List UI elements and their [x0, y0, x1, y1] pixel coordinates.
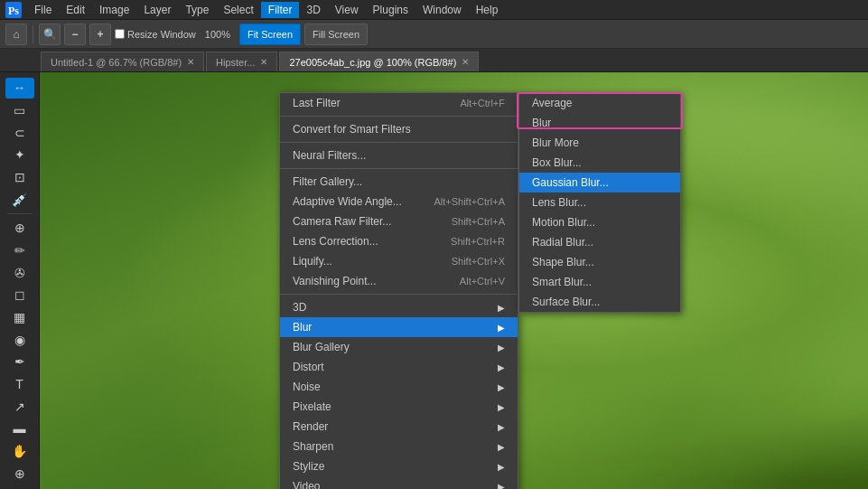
- filter-noise-label: Noise: [293, 381, 321, 393]
- blur-blur[interactable]: Blur: [519, 113, 680, 133]
- tool-select-rect[interactable]: ▭: [5, 100, 34, 121]
- tab-1[interactable]: Hipster... ✕: [206, 52, 277, 71]
- menu-layer[interactable]: Layer: [136, 2, 178, 18]
- menu-plugins[interactable]: Plugins: [366, 2, 415, 18]
- toolbar: ⌂ 🔍 − + Resize Window 100% Fit Screen Fi…: [0, 20, 868, 49]
- filter-noise[interactable]: Noise ▶: [280, 377, 518, 397]
- filter-lens-correction[interactable]: Lens Correction... Shift+Ctrl+R: [280, 231, 518, 251]
- blur-shape-label: Shape Blur...: [532, 256, 594, 268]
- tool-crop[interactable]: ⊡: [5, 167, 34, 188]
- resize-window-label: Resize Window: [127, 29, 196, 40]
- filter-gallery[interactable]: Filter Gallery...: [280, 172, 518, 192]
- blur-lens[interactable]: Lens Blur...: [519, 193, 680, 212]
- menu-help[interactable]: Help: [469, 2, 506, 18]
- menu-edit[interactable]: Edit: [59, 2, 92, 18]
- blur-surface[interactable]: Surface Blur...: [519, 292, 680, 312]
- blur-box[interactable]: Box Blur...: [519, 153, 680, 173]
- tab-2[interactable]: 27e005c4ab_c.jpg @ 100% (RGB/8#) ✕: [279, 52, 479, 71]
- fit-screen-button[interactable]: Fit Screen: [239, 24, 301, 45]
- menu-filter[interactable]: Filter: [261, 2, 300, 18]
- tab-2-close[interactable]: ✕: [462, 57, 469, 67]
- menu-view[interactable]: View: [328, 2, 366, 18]
- filter-pixelate-arrow: ▶: [498, 402, 505, 412]
- filter-render[interactable]: Render ▶: [280, 417, 518, 437]
- filter-liquify[interactable]: Liquify... Shift+Ctrl+X: [280, 251, 518, 271]
- blur-smart-label: Smart Blur...: [532, 276, 592, 288]
- tab-0-label: Untitled-1 @ 66.7% (RGB/8#): [51, 57, 182, 68]
- resize-window-input[interactable]: [115, 29, 125, 39]
- menu-sep-4: [280, 294, 518, 295]
- filter-last-filter[interactable]: Last Filter Alt+Ctrl+F: [280, 93, 518, 113]
- tool-move[interactable]: ↔: [5, 78, 34, 99]
- filter-noise-arrow: ▶: [498, 382, 505, 392]
- tool-stamp[interactable]: ✇: [5, 262, 34, 283]
- tool-zoom[interactable]: ⊕: [5, 463, 34, 484]
- blur-smart[interactable]: Smart Blur...: [519, 272, 680, 292]
- zoom-out-button[interactable]: −: [64, 24, 86, 45]
- filter-pixelate[interactable]: Pixelate ▶: [280, 397, 518, 417]
- resize-window-checkbox[interactable]: Resize Window: [115, 29, 196, 40]
- fill-screen-button[interactable]: Fill Screen: [304, 24, 368, 45]
- menu-3d[interactable]: 3D: [299, 2, 327, 18]
- blur-average[interactable]: Average: [519, 93, 680, 113]
- filter-stylize[interactable]: Stylize ▶: [280, 456, 518, 476]
- blur-motion[interactable]: Motion Blur...: [519, 212, 680, 232]
- tab-0[interactable]: Untitled-1 @ 66.7% (RGB/8#) ✕: [41, 52, 204, 71]
- menu-sep-1: [280, 116, 518, 117]
- tool-shapes[interactable]: ▬: [5, 418, 34, 439]
- filter-camera-raw-shortcut: Shift+Ctrl+A: [452, 216, 505, 227]
- blur-shape[interactable]: Shape Blur...: [519, 252, 680, 272]
- tool-heal[interactable]: ⊕: [5, 218, 34, 239]
- filter-video-arrow: ▶: [498, 482, 505, 490]
- menu-window[interactable]: Window: [415, 2, 469, 18]
- filter-camera-raw[interactable]: Camera Raw Filter... Shift+Ctrl+A: [280, 212, 518, 231]
- filter-vanishing[interactable]: Vanishing Point... Alt+Ctrl+V: [280, 271, 518, 291]
- tab-0-close[interactable]: ✕: [187, 57, 194, 67]
- menu-image[interactable]: Image: [92, 2, 136, 18]
- filter-3d[interactable]: 3D ▶: [280, 297, 518, 317]
- tool-path-select[interactable]: ↗: [5, 396, 34, 417]
- filter-sharpen[interactable]: Sharpen ▶: [280, 437, 518, 456]
- menu-type[interactable]: Type: [178, 2, 216, 18]
- filter-pixelate-label: Pixelate: [293, 400, 331, 413]
- blur-gaussian[interactable]: Gaussian Blur...: [519, 173, 680, 193]
- tool-eyedropper[interactable]: 💉: [5, 189, 34, 210]
- blur-motion-label: Motion Blur...: [532, 216, 595, 229]
- blur-surface-label: Surface Blur...: [532, 296, 600, 308]
- blur-average-label: Average: [532, 97, 572, 109]
- zoom-tool-button[interactable]: 🔍: [39, 24, 61, 45]
- tool-pen[interactable]: ✒: [5, 352, 34, 372]
- zoom-in-button[interactable]: +: [89, 24, 111, 45]
- filter-3d-label: 3D: [293, 301, 306, 314]
- tool-text[interactable]: T: [5, 374, 34, 395]
- menu-bar: Ps File Edit Image Layer Type Select Fil…: [0, 0, 868, 20]
- tool-dodge[interactable]: ◉: [5, 329, 34, 350]
- home-button[interactable]: ⌂: [5, 24, 27, 45]
- blur-more[interactable]: Blur More: [519, 133, 680, 153]
- tool-hand[interactable]: ✋: [5, 441, 34, 462]
- filter-neural[interactable]: Neural Filters...: [280, 146, 518, 165]
- tool-lasso[interactable]: ⊂: [5, 122, 34, 143]
- filter-video[interactable]: Video ▶: [280, 476, 518, 489]
- blur-more-label: Blur More: [532, 136, 579, 149]
- filter-camera-raw-label: Camera Raw Filter...: [293, 215, 391, 228]
- filter-distort-arrow: ▶: [498, 362, 505, 372]
- tool-brush[interactable]: ✏: [5, 240, 34, 261]
- tool-eraser[interactable]: ◻: [5, 285, 34, 306]
- menu-file[interactable]: File: [27, 2, 59, 18]
- filter-adaptive[interactable]: Adaptive Wide Angle... Alt+Shift+Ctrl+A: [280, 192, 518, 212]
- filter-blur-gallery[interactable]: Blur Gallery ▶: [280, 337, 518, 357]
- filter-blur[interactable]: Blur ▶: [280, 317, 518, 337]
- tool-gradient[interactable]: ▦: [5, 307, 34, 328]
- tab-1-close[interactable]: ✕: [260, 57, 267, 67]
- blur-radial[interactable]: Radial Blur...: [519, 232, 680, 252]
- tool-magic-wand[interactable]: ✦: [5, 145, 34, 165]
- menu-select[interactable]: Select: [216, 2, 260, 18]
- filter-convert-smart[interactable]: Convert for Smart Filters: [280, 119, 518, 139]
- blur-radial-label: Radial Blur...: [532, 236, 593, 249]
- filter-stylize-label: Stylize: [293, 460, 324, 473]
- filter-distort[interactable]: Distort ▶: [280, 357, 518, 377]
- filter-sharpen-arrow: ▶: [498, 442, 505, 452]
- filter-video-label: Video: [293, 480, 320, 489]
- filter-distort-label: Distort: [293, 361, 324, 373]
